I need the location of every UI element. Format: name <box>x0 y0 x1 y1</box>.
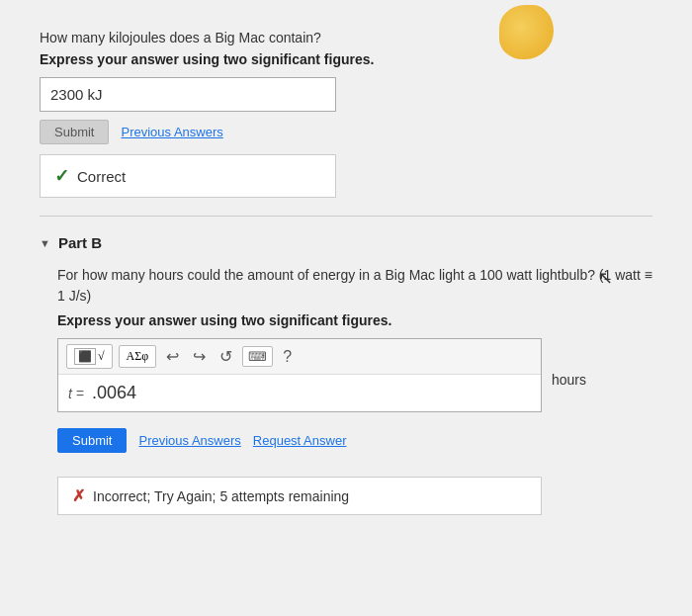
part-b-section: ▼ Part B For how many hours could the am… <box>40 234 652 515</box>
t-equals-label: t = <box>68 386 84 401</box>
math-input-row: t = .0064 <box>58 375 541 411</box>
section-divider <box>40 216 652 217</box>
math-toolbar: ⬛ √ ΑΣφ ↩ ↪ ↺ ⌨ ? <box>58 339 541 375</box>
part-a-question: How many kilojoules does a Big Mac conta… <box>40 30 652 45</box>
reset-button[interactable]: ↺ <box>216 345 236 368</box>
sqrt-icon: √ <box>98 349 105 364</box>
redo-button[interactable]: ↪ <box>189 345 210 368</box>
incorrect-box: ✗ Incorrect; Try Again; 5 attempts remai… <box>57 477 542 515</box>
incorrect-label: Incorrect; Try Again; 5 attempts remaini… <box>93 488 349 504</box>
math-input-container: ⬛ √ ΑΣφ ↩ ↪ ↺ ⌨ ? t = .0064 <box>57 338 542 412</box>
x-icon: ✗ <box>72 486 85 505</box>
collapse-triangle-icon[interactable]: ▼ <box>40 237 50 249</box>
part-a-section: How many kilojoules does a Big Mac conta… <box>40 30 652 198</box>
correct-box: ✓ Correct <box>40 154 336 198</box>
part-b-prev-answers-link[interactable]: Previous Answers <box>138 433 240 448</box>
request-answer-link[interactable]: Request Answer <box>253 433 347 448</box>
checkmark-icon: ✓ <box>54 165 69 187</box>
hours-label-inline: hours <box>552 372 586 388</box>
part-b-submit-button[interactable]: Submit <box>57 428 127 453</box>
fraction-icon: ⬛ <box>74 348 96 365</box>
part-a-prev-answers-link[interactable]: Previous Answers <box>121 125 222 139</box>
part-b-question: For how many hours could the amount of e… <box>57 265 652 307</box>
sigma-button[interactable]: ΑΣφ <box>119 345 157 368</box>
part-a-answer-display[interactable]: 2300 kJ <box>40 77 336 112</box>
math-answer-field[interactable]: .0064 <box>92 383 531 403</box>
keyboard-button[interactable]: ⌨ <box>242 346 273 367</box>
correct-label: Correct <box>77 168 126 185</box>
part-b-label: Part B <box>58 234 102 251</box>
part-b-content: For how many hours could the amount of e… <box>57 265 652 515</box>
part-b-button-row: Submit Previous Answers Request Answer <box>57 428 346 453</box>
undo-button[interactable]: ↩ <box>162 345 183 368</box>
part-b-express: Express your answer using two significan… <box>57 312 652 328</box>
part-a-button-row: Submit Previous Answers <box>40 120 652 144</box>
help-button[interactable]: ? <box>279 346 296 368</box>
part-a-submit-button[interactable]: Submit <box>40 120 109 144</box>
part-a-express: Express your answer using two significan… <box>40 51 652 67</box>
fraction-sqrt-button[interactable]: ⬛ √ <box>66 344 113 369</box>
part-b-header: ▼ Part B <box>40 234 652 251</box>
